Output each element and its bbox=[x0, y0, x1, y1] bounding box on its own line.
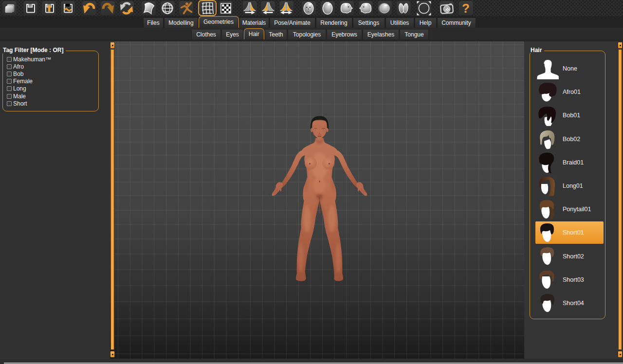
svg-text:?: ? bbox=[462, 1, 470, 15]
